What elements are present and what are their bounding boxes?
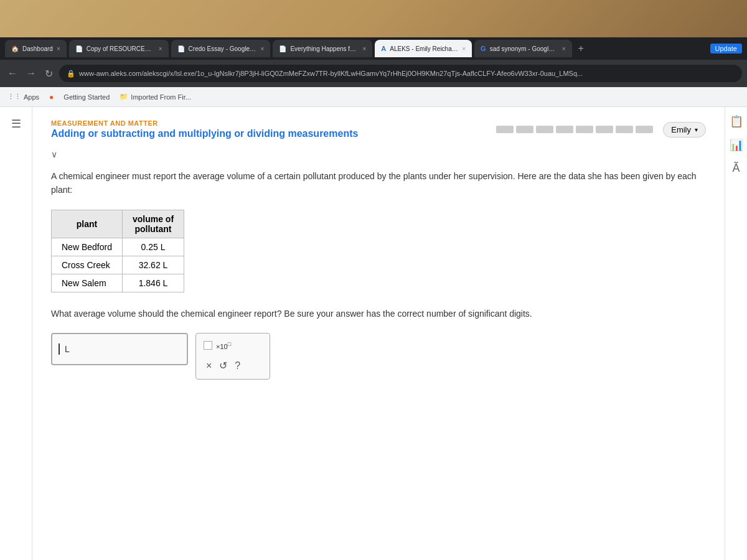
exponent-panel: ×10□ × ↺ ? [195,333,270,380]
bookmark-imported[interactable]: 📁 Imported From Fir... [120,93,191,101]
progress-seg-8 [636,126,653,133]
tab-everything-close[interactable]: × [362,45,366,52]
bookmark-apps-label: Apps [24,93,39,101]
tab-credo-close[interactable]: × [261,45,265,52]
desktop: 🏠 Dashboard × 📄 Copy of RESOURCES AND × … [0,0,747,560]
tab-credo-icon: 📄 [177,45,185,52]
progress-seg-1 [496,126,514,133]
progress-seg-2 [516,126,533,133]
table-header-volume: volume ofpollutant [122,210,184,238]
table-cell-plant-2: Cross Creek [52,256,123,274]
tab-dashboard-icon: 🏠 [11,45,19,52]
right-sidebar: 📋 📊 Ã [725,107,747,560]
tab-google-icon: G [481,45,486,52]
tab-dashboard-close[interactable]: × [57,45,60,52]
address-bar: ← → ↻ 🔒 www-awn.aleks.com/alekscgi/x/lsl… [0,60,747,87]
close-answer-button[interactable]: × [206,360,212,371]
tab-dashboard[interactable]: 🏠 Dashboard × [5,40,67,57]
forward-button[interactable]: → [24,65,39,82]
tab-aleks[interactable]: A ALEKS - Emily Reichard - L × [375,40,472,57]
tab-resources-icon: 📄 [75,45,83,52]
bookmark-folder-icon: 📁 [120,93,128,101]
tab-google-label: sad synonym - Google Sea [490,45,558,52]
table-cell-volume-1: 0.25 L [122,238,184,256]
reload-button[interactable]: ↻ [42,65,55,82]
exponent-top: ×10□ [201,338,265,353]
bookmark-bar: ⋮⋮ Apps ● Getting Started 📁 Imported Fro… [0,87,747,107]
answer-input[interactable]: L [51,333,188,365]
update-badge[interactable]: Update [710,44,742,54]
progress-seg-7 [616,126,633,133]
bookmark-apps[interactable]: ⋮⋮ Apps [7,93,39,101]
exponent-sup: □ [228,341,231,347]
tab-everything[interactable]: 📄 Everything Happens for a r × [273,40,372,57]
tab-resources-label: Copy of RESOURCES AND [87,45,155,52]
calculator-icon[interactable]: 📊 [730,138,743,152]
undo-button[interactable]: ↺ [219,360,227,371]
progress-seg-6 [596,126,613,133]
tab-everything-icon: 📄 [279,45,286,52]
progress-seg-3 [536,126,553,133]
bookmark-getting-started[interactable]: Getting Started [63,93,110,101]
table-cell-plant-3: New Salem [52,274,123,292]
tab-dashboard-label: Dashboard [22,45,53,52]
header-left: MEASUREMENT AND MATTER Adding or subtrac… [51,119,358,139]
progress-seg-4 [556,126,573,133]
data-table: plant volume ofpollutant New Bedford 0.2… [51,210,184,292]
exponent-checkbox[interactable] [204,341,212,350]
left-sidebar: ☰ [0,107,32,560]
bookmark-getting-started-icon: ● [49,93,54,101]
url-text: www-awn.aleks.com/alekscgi/x/lsl.exe/1o_… [79,70,583,77]
content-area: ☰ MEASUREMENT AND MATTER Adding or subtr… [0,107,747,560]
table-row: New Bedford 0.25 L [52,238,184,256]
tab-credo[interactable]: 📄 Credo Essay - Google Doc × [171,40,271,57]
tab-resources[interactable]: 📄 Copy of RESOURCES AND × [69,40,169,57]
tab-credo-label: Credo Essay - Google Doc [189,45,257,52]
browser-window: 🏠 Dashboard × 📄 Copy of RESOURCES AND × … [0,37,747,560]
lock-icon: 🔒 [67,70,75,78]
tab-aleks-icon: A [381,45,386,52]
problem-text: A chemical engineer must report the aver… [51,169,706,197]
section-title: Adding or subtracting and multiplying or… [51,128,358,139]
main-content: MEASUREMENT AND MATTER Adding or subtrac… [32,107,725,560]
title-bar: 🏠 Dashboard × 📄 Copy of RESOURCES AND × … [0,37,747,60]
table-cell-volume-2: 32.62 L [122,256,184,274]
notes-icon[interactable]: 📋 [730,114,743,128]
help-button[interactable]: ? [235,360,240,371]
action-buttons: × ↺ ? [201,357,265,374]
table-header-plant: plant [52,210,123,238]
bookmark-getting-started-label: Getting Started [63,93,110,101]
emily-label: Emily [671,125,691,134]
emily-dropdown-button[interactable]: Emily ▾ [663,122,706,138]
table-cell-plant-1: New Bedford [52,238,123,256]
table-row: Cross Creek 32.62 L [52,256,184,274]
progress-seg-5 [576,126,593,133]
bookmark-imported-label: Imported From Fir... [131,93,191,101]
header-right: Emily ▾ [496,122,706,138]
cursor [59,343,60,355]
accessibility-icon[interactable]: Ã [732,162,740,175]
chevron-down-icon: ▾ [695,126,698,133]
tab-resources-close[interactable]: × [159,45,162,52]
bookmark-apps-icon: ⋮⋮ [7,93,21,101]
section-label: MEASUREMENT AND MATTER [51,119,358,127]
back-button[interactable]: ← [5,65,20,82]
progress-bar [496,126,653,133]
table-row: New Salem 1.846 L [52,274,184,292]
table-cell-volume-3: 1.846 L [122,274,184,292]
answer-row: L ×10□ × ↺ ? [51,333,706,380]
aleks-header: MEASUREMENT AND MATTER Adding or subtrac… [51,119,706,139]
question-text: What average volume should the chemical … [51,307,706,320]
hamburger-menu[interactable]: ☰ [6,112,26,136]
tab-everything-label: Everything Happens for a r [290,45,359,52]
tab-google[interactable]: G sad synonym - Google Sea × [474,40,571,57]
tab-aleks-close[interactable]: × [462,45,466,52]
answer-unit: L [65,344,70,354]
new-tab-button[interactable]: + [575,43,588,54]
exponent-label: ×10□ [216,341,231,350]
collapse-arrow-icon[interactable]: ∨ [51,149,706,159]
tab-aleks-label: ALEKS - Emily Reichard - L [390,45,458,52]
tab-google-close[interactable]: × [562,45,566,52]
url-bar[interactable]: 🔒 www-awn.aleks.com/alekscgi/x/lsl.exe/1… [59,65,742,82]
